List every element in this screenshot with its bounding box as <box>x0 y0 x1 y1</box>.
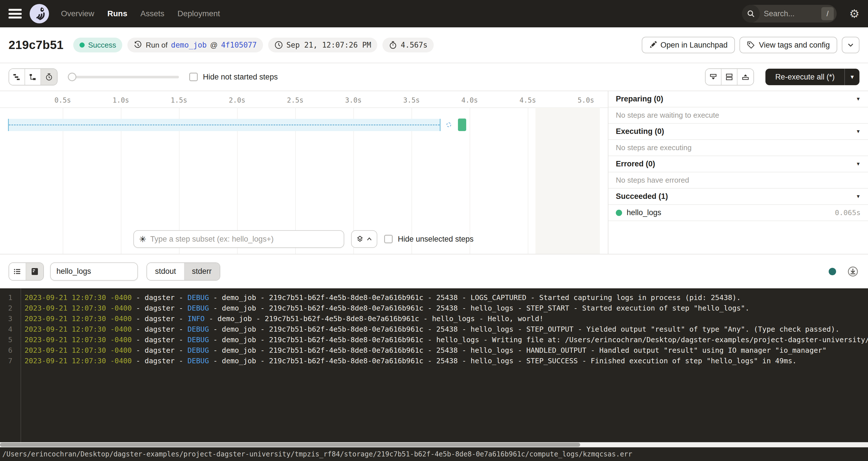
log-line-numbers: 1234567 <box>0 288 21 442</box>
log-toolbar-right <box>829 266 860 277</box>
hide-not-started-control[interactable]: Hide not started steps <box>189 73 278 82</box>
log-toolbar: stdout stderr <box>0 254 868 288</box>
step-bar-hello-logs[interactable] <box>458 119 466 131</box>
nav-right: / ⚙ <box>742 5 860 23</box>
nav-items: Overview Runs Assets Deployment <box>61 9 220 18</box>
nav-item-runs[interactable]: Runs <box>107 9 127 18</box>
stopwatch-icon <box>389 41 397 49</box>
slider-knob[interactable] <box>68 73 76 81</box>
reexecute-all-label: Re-execute all (*) <box>766 73 844 82</box>
reexecute-caret-icon[interactable]: ▾ <box>845 73 860 81</box>
hide-unselected-label: Hide unselected steps <box>398 235 474 244</box>
log-step-filter-input[interactable] <box>50 263 138 281</box>
pencil-icon <box>649 41 656 49</box>
status-bar: /Users/erincochran/Desktop/dagster-examp… <box>0 447 868 461</box>
panel-layout-group <box>705 68 754 86</box>
raw-log-view[interactable]: 1234567 2023-09-21 12:07:30 -0400 - dags… <box>0 288 868 442</box>
view-tags-config-button[interactable]: View tags and config <box>740 37 837 53</box>
job-link[interactable]: demo_job <box>171 41 207 49</box>
search-input[interactable] <box>760 9 808 18</box>
expand-top-panel-button[interactable] <box>738 69 753 85</box>
log-line: 2023-09-21 12:07:30 -0400 - dagster - IN… <box>25 313 868 324</box>
top-nav: Overview Runs Assets Deployment / ⚙ <box>0 0 868 27</box>
chevron-down-icon <box>847 41 854 49</box>
panel-down-icon <box>709 73 717 81</box>
expand-bottom-panel-button[interactable] <box>706 69 721 85</box>
view-mode-waterfall-button[interactable] <box>25 69 41 85</box>
step-name: hello_logs <box>627 208 661 217</box>
gantt-toolbar: Hide not started steps Re-execute all (*… <box>0 63 868 91</box>
waterfall-gantt-icon <box>29 73 37 81</box>
log-line: 2023-09-21 12:07:30 -0400 - dagster - DE… <box>25 345 868 356</box>
structured-log-view-button[interactable] <box>9 263 26 280</box>
axis-tick-label: 0.5s <box>55 96 71 104</box>
run-id: 219c7b51 <box>8 38 64 52</box>
split-panels-icon <box>725 73 733 81</box>
gantt-toolbar-right: Re-execute all (*) ▾ <box>705 68 860 86</box>
nav-item-overview[interactable]: Overview <box>61 9 94 18</box>
hide-not-started-label: Hide not started steps <box>203 73 278 82</box>
raw-log-view-button[interactable] <box>26 263 43 280</box>
log-line: 2023-09-21 12:07:30 -0400 - dagster - DE… <box>25 303 868 313</box>
download-logs-button[interactable] <box>847 266 858 277</box>
dagster-logo-icon[interactable] <box>29 3 50 24</box>
download-icon <box>847 266 858 277</box>
succeeded-step-row[interactable]: hello_logs 0.065s <box>609 205 868 221</box>
panel-message-preparing: No steps are waiting to execute <box>609 107 868 124</box>
gear-icon[interactable]: ⚙ <box>849 8 860 19</box>
subset-controls: ✳ Hide unselected steps <box>133 230 474 248</box>
waiting-dashed-line <box>9 124 440 125</box>
hide-not-started-checkbox[interactable] <box>189 73 198 81</box>
step-subset-inputwrap[interactable]: ✳ <box>133 230 344 248</box>
clock-icon <box>274 41 283 49</box>
success-dot-icon <box>80 42 85 48</box>
axis-tick-label: 5.0s <box>578 96 594 104</box>
chevron-up-icon <box>367 236 372 242</box>
step-subset-input[interactable] <box>150 235 339 244</box>
view-mode-timed-button[interactable] <box>41 69 57 85</box>
open-in-launchpad-button[interactable]: Open in Launchpad <box>642 37 735 53</box>
hamburger-menu-icon[interactable] <box>8 9 22 19</box>
reexecute-all-button[interactable]: Re-execute all (*) ▾ <box>766 69 860 85</box>
header-more-actions-button[interactable] <box>842 37 860 53</box>
axis-tick-label: 1.0s <box>113 96 129 104</box>
scrollbar-thumb[interactable] <box>0 443 580 447</box>
step-status-panel: Preparing (0)▼ No steps are waiting to e… <box>609 91 868 254</box>
hide-unselected-checkbox[interactable] <box>384 235 393 243</box>
commit-link[interactable]: 4f105077 <box>221 41 257 49</box>
view-mode-flat-button[interactable] <box>9 69 25 85</box>
panel-message-executing: No steps are executing <box>609 140 868 156</box>
panel-header-errored[interactable]: Errored (0)▼ <box>609 156 868 173</box>
log-line: 2023-09-21 12:07:30 -0400 - dagster - DE… <box>25 356 868 366</box>
panel-header-preparing[interactable]: Preparing (0)▼ <box>609 91 868 107</box>
collapse-caret-icon[interactable]: ▼ <box>856 161 861 167</box>
split-panels-button[interactable] <box>721 69 738 85</box>
nav-item-assets[interactable]: Assets <box>141 9 164 18</box>
log-view-mode-group <box>8 263 44 281</box>
axis-tick-label: 4.0s <box>461 96 478 104</box>
log-lines: 2023-09-21 12:07:30 -0400 - dagster - DE… <box>21 288 868 442</box>
history-icon <box>134 41 142 49</box>
slider-track[interactable] <box>68 76 179 79</box>
collapse-caret-icon[interactable]: ▼ <box>856 129 861 134</box>
nav-item-deployment[interactable]: Deployment <box>178 9 220 18</box>
panel-header-succeeded[interactable]: Succeeded (1)▼ <box>609 189 868 205</box>
tab-stdout[interactable]: stdout <box>147 263 184 280</box>
zoom-slider[interactable] <box>68 69 179 85</box>
panel-header-executing[interactable]: Executing (0)▼ <box>609 124 868 140</box>
axis-tick-label: 2.0s <box>229 96 245 104</box>
search-box[interactable]: / <box>742 5 837 23</box>
collapse-caret-icon[interactable]: ▼ <box>856 96 861 102</box>
tab-stderr[interactable]: stderr <box>184 263 220 280</box>
step-marker-icon[interactable] <box>446 123 451 127</box>
list-icon <box>13 267 22 276</box>
graph-query-toggle-button[interactable] <box>351 230 377 248</box>
axis-tick-label: 3.5s <box>403 96 420 104</box>
hide-unselected-control[interactable]: Hide unselected steps <box>384 235 474 244</box>
gantt-chart[interactable]: 0.5s1.0s1.5s2.0s2.5s3.0s3.5s4.0s4.5s5.0s… <box>0 91 609 254</box>
horizontal-scrollbar[interactable] <box>0 442 868 447</box>
collapse-caret-icon[interactable]: ▼ <box>856 194 861 199</box>
app-root: Overview Runs Assets Deployment / ⚙ 219c… <box>0 0 868 461</box>
run-of-chip[interactable]: Run of demo_job @ 4f105077 <box>127 38 263 53</box>
axis-tick-label: 1.5s <box>171 96 187 104</box>
